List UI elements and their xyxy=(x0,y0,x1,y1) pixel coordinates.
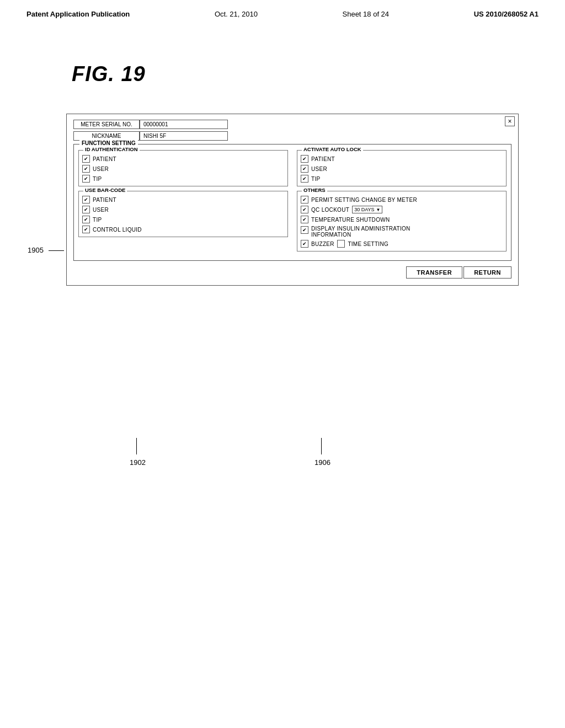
id-auth-user-row: ✔ USER xyxy=(82,165,284,173)
autolock-tip-label: TIP xyxy=(311,176,320,182)
id-auth-tip-label: TIP xyxy=(93,176,102,182)
id-auth-patient-row: ✔ PATIENT xyxy=(82,155,284,163)
time-setting-label: TIME SETTING xyxy=(348,241,388,247)
meter-serial-row: METER SERIAL NO. 00000001 xyxy=(73,120,511,129)
barcode-patient-checkbox[interactable]: ✔ xyxy=(82,196,90,204)
id-auth-label: ID AUTHENTICATION xyxy=(83,146,140,152)
id-auth-tip-checkbox[interactable]: ✔ xyxy=(82,175,90,183)
auto-lock-label: ACTIVATE AUTO LOCK xyxy=(302,146,363,152)
buzzer-label: BUZZER xyxy=(311,241,334,247)
transfer-button[interactable]: TRANSFER xyxy=(406,266,462,279)
autolock-tip-row: ✔ TIP xyxy=(301,175,503,183)
return-button[interactable]: RETURN xyxy=(463,266,511,279)
bottom-buttons: TRANSFER RETURN xyxy=(73,266,511,279)
insulin-info-label: DISPLAY INSULIN ADMINISTRATIONINFORMATIO… xyxy=(311,226,411,238)
barcode-control-checkbox[interactable]: ✔ xyxy=(82,226,90,233)
barcode-tip-label: TIP xyxy=(93,217,102,223)
qc-lockout-arrow: ▼ xyxy=(376,207,380,212)
date-label: Oct. 21, 2010 xyxy=(215,10,258,18)
others-label: OTHERS xyxy=(302,187,327,193)
publication-label: Patent Application Publication xyxy=(26,10,130,18)
use-barcode-label: USE BAR-CODE xyxy=(83,187,127,193)
main-dialog: × METER SERIAL NO. 00000001 NICKNAME NIS… xyxy=(66,114,519,286)
figure-title: FIG. 19 xyxy=(72,62,565,86)
barcode-control-row: ✔ CONTROL LIQUID xyxy=(82,226,284,233)
barcode-tip-row: ✔ TIP xyxy=(82,216,284,223)
meter-serial-value[interactable]: 00000001 xyxy=(140,120,228,129)
id-auth-section: ID AUTHENTICATION ✔ PATIENT ✔ USER ✔ TIP xyxy=(78,150,288,186)
nickname-value[interactable]: NISHI 5F xyxy=(140,131,228,141)
barcode-user-checkbox[interactable]: ✔ xyxy=(82,206,90,213)
autolock-patient-checkbox[interactable]: ✔ xyxy=(301,155,308,163)
patent-label: US 2010/268052 A1 xyxy=(474,10,539,18)
temp-shutdown-checkbox[interactable]: ✔ xyxy=(301,216,308,223)
close-button[interactable]: × xyxy=(505,116,515,126)
sheet-label: Sheet 18 of 24 xyxy=(343,10,390,18)
function-setting-label: FUNCTION SETTING xyxy=(79,140,138,146)
autolock-user-row: ✔ USER xyxy=(301,165,503,173)
autolock-patient-row: ✔ PATIENT xyxy=(301,155,503,163)
barcode-tip-checkbox[interactable]: ✔ xyxy=(82,216,90,223)
qc-lockout-label: QC LOCKOUT xyxy=(311,207,349,213)
others-section: OTHERS ✔ PERMIT SETTING CHANGE BY METER … xyxy=(297,191,507,251)
permit-setting-label: PERMIT SETTING CHANGE BY METER xyxy=(311,197,417,203)
id-auth-patient-label: PATIENT xyxy=(93,156,116,162)
barcode-user-label: USER xyxy=(93,207,109,213)
id-auth-user-checkbox[interactable]: ✔ xyxy=(82,165,90,173)
insulin-info-row: ✔ DISPLAY INSULIN ADMINISTRATIONINFORMAT… xyxy=(301,226,503,238)
autolock-user-checkbox[interactable]: ✔ xyxy=(301,165,308,173)
id-auth-tip-row: ✔ TIP xyxy=(82,175,284,183)
temp-shutdown-label: TEMPERATURE SHUTDOWN xyxy=(311,217,390,223)
permit-setting-row: ✔ PERMIT SETTING CHANGE BY METER xyxy=(301,196,503,204)
auto-lock-section: ACTIVATE AUTO LOCK ✔ PATIENT ✔ USER ✔ TI… xyxy=(297,150,507,186)
buzzer-time-row: ✔ BUZZER TIME SETTING xyxy=(301,240,503,248)
barcode-patient-row: ✔ PATIENT xyxy=(82,196,284,204)
left-column: ID AUTHENTICATION ✔ PATIENT ✔ USER ✔ TIP xyxy=(78,150,288,256)
id-auth-patient-checkbox[interactable]: ✔ xyxy=(82,155,90,163)
barcode-patient-label: PATIENT xyxy=(93,197,116,203)
barcode-user-row: ✔ USER xyxy=(82,206,284,213)
function-columns: ID AUTHENTICATION ✔ PATIENT ✔ USER ✔ TIP xyxy=(78,150,507,256)
callout-1906: 1906 xyxy=(315,458,331,467)
time-setting-checkbox[interactable] xyxy=(337,240,345,248)
insulin-info-checkbox[interactable]: ✔ xyxy=(301,226,308,234)
nickname-row: NICKNAME NISHI 5F xyxy=(73,131,511,141)
buzzer-checkbox[interactable]: ✔ xyxy=(301,240,308,248)
qc-lockout-value: 30 DAYS xyxy=(354,207,374,212)
use-barcode-section: USE BAR-CODE ✔ PATIENT ✔ USER ✔ TIP xyxy=(78,191,288,237)
meter-serial-label: METER SERIAL NO. xyxy=(73,120,140,129)
autolock-tip-checkbox[interactable]: ✔ xyxy=(301,175,308,183)
nickname-label: NICKNAME xyxy=(73,131,140,141)
id-auth-user-label: USER xyxy=(93,166,109,172)
qc-lockout-select[interactable]: 30 DAYS ▼ xyxy=(352,206,382,213)
callout-1902: 1902 xyxy=(130,458,146,467)
qc-lockout-checkbox[interactable]: ✔ xyxy=(301,206,308,213)
temp-shutdown-row: ✔ TEMPERATURE SHUTDOWN xyxy=(301,216,503,223)
callout-1905: 1905 xyxy=(28,246,44,254)
permit-setting-checkbox[interactable]: ✔ xyxy=(301,196,308,204)
autolock-patient-label: PATIENT xyxy=(311,156,335,162)
barcode-control-label: CONTROL LIQUID xyxy=(93,227,142,233)
autolock-user-label: USER xyxy=(311,166,327,172)
right-column: ACTIVATE AUTO LOCK ✔ PATIENT ✔ USER ✔ TI… xyxy=(297,150,507,256)
qc-lockout-row: ✔ QC LOCKOUT 30 DAYS ▼ xyxy=(301,206,503,213)
function-setting-section: FUNCTION SETTING ID AUTHENTICATION ✔ PAT… xyxy=(73,144,511,261)
page-header: Patent Application Publication Oct. 21, … xyxy=(0,0,565,18)
